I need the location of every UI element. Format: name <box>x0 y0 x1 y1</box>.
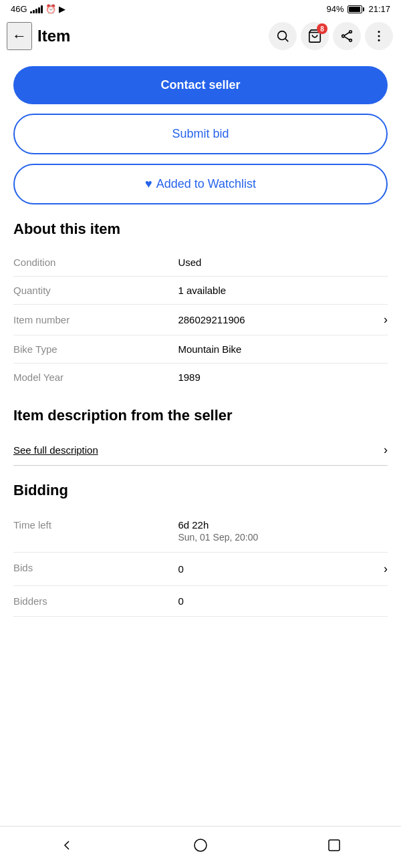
see-full-description-link[interactable]: See full description › <box>13 435 388 466</box>
time-left-label: Time left <box>13 510 178 553</box>
bidders-label: Bidders <box>13 586 178 617</box>
home-nav-icon <box>192 837 209 853</box>
svg-point-10 <box>378 40 379 41</box>
more-button[interactable] <box>365 22 393 50</box>
item-number-chevron: › <box>384 313 388 327</box>
page-title: Item <box>37 27 263 45</box>
main-content: Contact seller Submit bid ♥Added to Watc… <box>0 55 401 681</box>
bids-value: 0 › <box>178 553 388 586</box>
carrier-text: 46G <box>11 4 27 14</box>
back-nav-icon <box>59 837 75 853</box>
bidders-value: 0 <box>178 586 388 617</box>
description-link-text: See full description <box>13 444 98 456</box>
nav-bar: ← Item 8 <box>0 17 401 55</box>
bidding-section: Bidding Time left 6d 22h Sun, 01 Sep, 20… <box>13 482 388 617</box>
nav-back-button[interactable] <box>55 833 79 857</box>
watchlist-button[interactable]: ♥Added to Watchlist <box>13 164 388 204</box>
table-row: Time left 6d 22h Sun, 01 Sep, 20:00 <box>13 510 388 553</box>
svg-point-9 <box>378 35 379 36</box>
status-left: 46G ⏰ ▶ <box>11 4 65 14</box>
svg-point-0 <box>278 31 287 40</box>
nav-recents-button[interactable] <box>322 833 346 857</box>
about-title: About this item <box>13 221 388 238</box>
bids-label: Bids <box>13 553 178 586</box>
description-section: Item description from the seller See ful… <box>13 407 388 466</box>
search-icon <box>275 29 290 43</box>
back-button[interactable]: ← <box>7 22 32 50</box>
description-title: Item description from the seller <box>13 407 388 424</box>
svg-line-7 <box>344 37 349 40</box>
cart-button[interactable]: 8 <box>301 22 329 50</box>
battery-percent: 94% <box>326 4 344 14</box>
bidding-table: Time left 6d 22h Sun, 01 Sep, 20:00 Bids… <box>13 510 388 617</box>
condition-value: Used <box>178 249 388 277</box>
svg-point-11 <box>194 839 207 851</box>
model-year-label: Model Year <box>13 364 178 392</box>
battery-icon <box>348 5 364 13</box>
status-right: 94% 21:17 <box>326 4 390 14</box>
cart-badge: 8 <box>317 23 327 34</box>
description-chevron: › <box>384 443 388 457</box>
quantity-label: Quantity <box>13 277 178 305</box>
bottom-nav <box>0 826 401 868</box>
table-row[interactable]: Item number 286029211906 › <box>13 305 388 335</box>
details-table: Condition Used Quantity 1 available Item… <box>13 249 388 391</box>
item-number-value: 286029211906 › <box>178 305 388 335</box>
model-year-value: 1989 <box>178 364 388 392</box>
signal-icon <box>30 5 43 13</box>
table-row: Model Year 1989 <box>13 364 388 392</box>
bids-chevron: › <box>384 562 388 576</box>
svg-line-1 <box>285 39 288 41</box>
table-row: Quantity 1 available <box>13 277 388 305</box>
time-left-sub: Sun, 01 Sep, 20:00 <box>178 532 388 543</box>
share-icon <box>340 29 354 43</box>
more-icon <box>372 29 386 43</box>
condition-label: Condition <box>13 249 178 277</box>
search-button[interactable] <box>269 22 297 50</box>
status-bar: 46G ⏰ ▶ 94% 21:17 <box>0 0 401 17</box>
about-section: About this item Condition Used Quantity … <box>13 221 388 391</box>
table-row: Bidders 0 <box>13 586 388 617</box>
alarm-icon: ⏰ <box>45 4 56 14</box>
svg-point-4 <box>342 35 345 37</box>
table-row: Bike Type Mountain Bike <box>13 335 388 364</box>
share-button[interactable] <box>333 22 361 50</box>
time-display: 21:17 <box>368 4 390 14</box>
time-left-value: 6d 22h Sun, 01 Sep, 20:00 <box>178 510 388 553</box>
svg-point-5 <box>350 39 352 42</box>
contact-seller-button[interactable]: Contact seller <box>13 66 388 104</box>
bike-type-value: Mountain Bike <box>178 335 388 364</box>
nav-home-button[interactable] <box>188 833 213 857</box>
heart-icon: ♥ <box>145 177 152 190</box>
table-row: Condition Used <box>13 249 388 277</box>
svg-point-3 <box>350 31 352 33</box>
svg-rect-12 <box>329 840 340 851</box>
quantity-value: 1 available <box>178 277 388 305</box>
svg-point-8 <box>378 31 379 32</box>
bike-type-label: Bike Type <box>13 335 178 364</box>
bidding-title: Bidding <box>13 482 388 499</box>
svg-line-6 <box>344 33 349 36</box>
submit-bid-button[interactable]: Submit bid <box>13 114 388 154</box>
table-row[interactable]: Bids 0 › <box>13 553 388 586</box>
time-left-main: 6d 22h <box>178 519 388 531</box>
item-number-label: Item number <box>13 305 178 335</box>
nav-icons: 8 <box>269 22 393 50</box>
recents-nav-icon <box>326 837 342 853</box>
youtube-icon: ▶ <box>59 4 65 14</box>
